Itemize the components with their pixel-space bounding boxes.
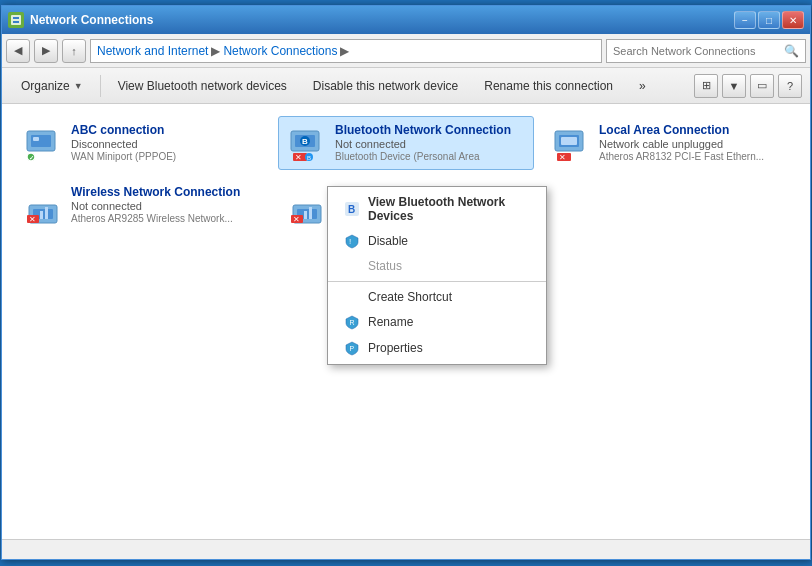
- svg-rect-1: [13, 17, 19, 19]
- ctx-status: Status: [328, 254, 546, 278]
- ctx-rename[interactable]: R Rename: [328, 309, 546, 335]
- view-bluetooth-button[interactable]: View Bluetooth network devices: [107, 72, 298, 100]
- svg-rect-0: [11, 15, 21, 25]
- window-icon: [8, 12, 24, 28]
- svg-text:✕: ✕: [559, 153, 566, 162]
- ctx-view-bluetooth[interactable]: B View Bluetooth Network Devices: [328, 190, 546, 228]
- conn-icon-lan: ✕: [551, 123, 591, 163]
- bluetooth-icon: B: [344, 201, 360, 217]
- svg-text:✓: ✓: [29, 155, 34, 161]
- svg-text:✕: ✕: [293, 215, 300, 224]
- conn-name-lan: Local Area Connection: [599, 123, 789, 137]
- organize-chevron: ▼: [74, 81, 83, 91]
- up-button[interactable]: ↑: [62, 39, 86, 63]
- ctx-disable[interactable]: ! Disable: [328, 228, 546, 254]
- organize-button[interactable]: Organize ▼: [10, 72, 94, 100]
- window-title: Network Connections: [30, 13, 153, 27]
- conn-text-lan: Local Area Connection Network cable unpl…: [599, 123, 789, 162]
- properties-shield-icon: P: [344, 340, 360, 356]
- pppoe-icon: ✓: [23, 123, 63, 163]
- svg-text:B: B: [307, 155, 311, 161]
- svg-text:✕: ✕: [295, 153, 302, 162]
- connection-wifi1[interactable]: ✕ Wireless Network Connection Not connec…: [14, 178, 270, 232]
- back-button[interactable]: ◀: [6, 39, 30, 63]
- title-controls: − □ ✕: [734, 11, 804, 29]
- organize-label: Organize: [21, 79, 70, 93]
- connection-abc[interactable]: ✓ ABC connection Disconnected WAN Minipo…: [14, 116, 270, 170]
- svg-text:!: !: [349, 237, 351, 246]
- rename-label: Rename this connection: [484, 79, 613, 93]
- search-box[interactable]: 🔍: [606, 39, 806, 63]
- ctx-create-shortcut[interactable]: Create Shortcut: [328, 285, 546, 309]
- conn-status-bluetooth: Not connected: [335, 138, 525, 150]
- conn-icon-bluetooth: B ✕ B: [287, 123, 327, 163]
- breadcrumb-sep: ▶: [211, 44, 220, 58]
- conn-status-abc: Disconnected: [71, 138, 261, 150]
- address-path[interactable]: Network and Internet ▶ Network Connectio…: [90, 39, 602, 63]
- more-label: »: [639, 79, 646, 93]
- wifi-icon-2: ✕: [287, 185, 327, 225]
- bluetooth-net-icon: B ✕ B: [287, 123, 327, 163]
- conn-status-wifi1: Not connected: [71, 200, 261, 212]
- title-bar: Network Connections − □ ✕: [2, 6, 810, 34]
- conn-name-bluetooth: Bluetooth Network Connection: [335, 123, 525, 137]
- preview-button[interactable]: ▭: [750, 74, 774, 98]
- disable-shield-icon: !: [344, 233, 360, 249]
- conn-status-lan: Network cable unplugged: [599, 138, 789, 150]
- view-options-button[interactable]: ▼: [722, 74, 746, 98]
- conn-name-wifi1: Wireless Network Connection: [71, 185, 261, 199]
- conn-icon-wifi1: ✕: [23, 185, 63, 225]
- conn-name-abc: ABC connection: [71, 123, 261, 137]
- more-button[interactable]: »: [628, 72, 657, 100]
- main-content: ✓ ABC connection Disconnected WAN Minipo…: [2, 104, 810, 539]
- svg-text:P: P: [350, 345, 355, 352]
- toolbar-separator-1: [100, 75, 101, 97]
- svg-rect-5: [33, 137, 39, 141]
- conn-type-bluetooth: Bluetooth Device (Personal Area: [335, 151, 525, 162]
- ctx-view-bluetooth-label: View Bluetooth Network Devices: [368, 195, 530, 223]
- toolbar: Organize ▼ View Bluetooth network device…: [2, 68, 810, 104]
- maximize-button[interactable]: □: [758, 11, 780, 29]
- disable-button[interactable]: Disable this network device: [302, 72, 469, 100]
- search-input[interactable]: [613, 45, 780, 57]
- conn-icon-abc: ✓: [23, 123, 63, 163]
- ctx-status-label: Status: [368, 259, 402, 273]
- svg-rect-32: [309, 207, 312, 219]
- lan-icon: ✕: [551, 123, 591, 163]
- ctx-properties[interactable]: P Properties: [328, 335, 546, 361]
- svg-rect-25: [45, 207, 48, 219]
- breadcrumb-network-internet[interactable]: Network and Internet: [97, 44, 208, 58]
- conn-text-bluetooth: Bluetooth Network Connection Not connect…: [335, 123, 525, 162]
- toolbar-right: ⊞ ▼ ▭ ?: [694, 74, 802, 98]
- connection-lan[interactable]: ✕ Local Area Connection Network cable un…: [542, 116, 798, 170]
- svg-text:B: B: [302, 137, 308, 146]
- ctx-rename-label: Rename: [368, 315, 413, 329]
- help-button[interactable]: ?: [778, 74, 802, 98]
- main-window: Network Connections − □ ✕ ◀ ▶ ↑ Network …: [1, 5, 811, 560]
- title-bar-left: Network Connections: [8, 12, 153, 28]
- conn-text-wifi1: Wireless Network Connection Not connecte…: [71, 185, 261, 224]
- search-icon[interactable]: 🔍: [784, 44, 799, 58]
- minimize-button[interactable]: −: [734, 11, 756, 29]
- conn-text-abc: ABC connection Disconnected WAN Miniport…: [71, 123, 261, 162]
- context-menu: B View Bluetooth Network Devices ! Disab…: [327, 186, 547, 365]
- svg-text:✕: ✕: [29, 215, 36, 224]
- breadcrumb-sep2: ▶: [340, 44, 349, 58]
- status-bar: [2, 539, 810, 559]
- ctx-create-shortcut-label: Create Shortcut: [368, 290, 452, 304]
- view-bluetooth-label: View Bluetooth network devices: [118, 79, 287, 93]
- ctx-separator-1: [328, 281, 546, 282]
- breadcrumb-network-connections[interactable]: Network Connections: [223, 44, 337, 58]
- close-button[interactable]: ✕: [782, 11, 804, 29]
- address-bar: ◀ ▶ ↑ Network and Internet ▶ Network Con…: [2, 34, 810, 68]
- forward-button[interactable]: ▶: [34, 39, 58, 63]
- svg-rect-2: [13, 21, 19, 23]
- conn-type-wifi1: Atheros AR9285 Wireless Network...: [71, 213, 261, 224]
- rename-button[interactable]: Rename this connection: [473, 72, 624, 100]
- rename-shield-icon: R: [344, 314, 360, 330]
- connection-bluetooth[interactable]: B ✕ B Bluetooth Network Connection Not c…: [278, 116, 534, 170]
- change-view-button[interactable]: ⊞: [694, 74, 718, 98]
- ctx-properties-label: Properties: [368, 341, 423, 355]
- svg-rect-18: [561, 137, 577, 145]
- conn-type-abc: WAN Miniport (PPPOE): [71, 151, 261, 162]
